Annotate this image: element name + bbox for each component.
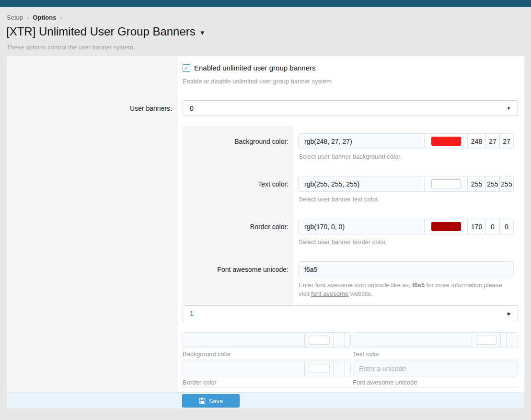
border-color-b-value[interactable]: 0 [499,219,513,234]
top-navbar [0,0,531,7]
enabled-checkbox[interactable]: ✓ [183,64,190,72]
title-dropdown-caret-icon[interactable]: ▼ [199,27,206,36]
chevron-right-icon: › [27,14,29,21]
new-text-color-label: Text color [353,350,518,358]
border-color-picker[interactable]: rgb(170, 0, 0) 170 0 0 [298,219,514,234]
new-border-color-input[interactable] [183,361,304,376]
text-color-r-value[interactable]: 255 [467,176,485,191]
border-color-r-value[interactable]: 170 [467,219,485,234]
background-color-swatch [431,137,461,146]
new-background-color-label: Background color [183,350,351,358]
unicode-explain-code: f6a5 [412,281,425,289]
new-background-color-b-value[interactable] [345,333,350,348]
text-color-swatch [431,179,461,188]
new-border-color-swatch-cell[interactable] [304,361,333,376]
border-color-label: Border color: [250,223,289,231]
empty-swatch-placeholder [309,336,330,345]
save-button-label: Save [209,397,223,405]
border-color-g-value[interactable]: 0 [485,219,499,234]
new-background-color-cell: Background color [183,331,351,360]
border-color-swatch [431,222,461,231]
new-border-color-picker[interactable] [183,361,351,376]
page-subtitle: These options control the user banner sy… [7,44,135,51]
new-text-color-cell: Text color [353,331,518,360]
empty-swatch-placeholder [476,336,497,345]
font-awesome-link[interactable]: font avesome [311,290,348,297]
save-button[interactable]: Save [182,394,240,408]
background-color-r-value[interactable]: 248 [467,134,485,149]
font-awesome-unicode-label: Font awesome unicode: [217,266,289,273]
banner-1-collapsed-toggle[interactable]: 1 ▶ [183,305,518,321]
new-border-color-b-value[interactable] [345,361,350,376]
text-color-b-value[interactable]: 255 [499,176,513,191]
new-background-color-swatch-cell[interactable] [304,333,333,348]
banner-0-settings: Background color: Text color: Border col… [183,126,518,304]
breadcrumb-options[interactable]: Options [33,14,56,21]
enabled-explain: Enable or disable unlimited user group b… [183,78,332,85]
admin-options-page: Setup › Options › [XTR] Unlimited User G… [0,0,531,420]
border-color-swatch-cell[interactable] [424,219,467,234]
new-unicode-label: Font awesome unicode [353,379,518,386]
new-text-color-g-value[interactable] [506,333,512,348]
background-color-picker[interactable]: rgb(248, 27, 27) 248 27 27 [298,133,514,149]
chevron-down-icon: ▼ [507,106,511,111]
new-border-color-cell: Border color [183,360,351,388]
background-color-swatch-cell[interactable] [424,134,467,149]
unicode-explain-before: Enter font avesome icon unicode like as, [299,281,412,289]
page-title: [XTR] Unlimited User Group Banners ▼ [6,25,206,38]
text-color-picker[interactable]: rgb(255, 255, 255) 255 255 255 [298,176,514,192]
save-footer: Save [7,392,524,408]
empty-swatch-placeholder [309,364,330,373]
breadcrumb: Setup › Options › [7,14,62,21]
border-color-input[interactable]: rgb(170, 0, 0) [299,219,424,234]
label-gutter: User banners: [7,56,178,392]
banner-0-label-column: Background color: Text color: Border col… [183,126,293,304]
new-unicode-cell: Font awesome unicode [353,360,518,388]
background-color-explain: Select user banner background color. [299,153,402,160]
border-color-explain: Select user banner border color. [299,238,387,245]
user-banners-select[interactable]: 0 ▼ [183,100,518,116]
text-color-label-row: Text color: [183,176,293,192]
text-color-g-value[interactable]: 255 [485,176,499,191]
text-color-swatch-cell[interactable] [424,176,467,191]
font-awesome-unicode-input[interactable]: f6a5 [298,261,514,277]
enabled-checkbox-label[interactable]: Enabled unlimited user group banners [194,64,316,72]
banner-1-toggle-label: 1 [190,310,194,317]
breadcrumb-setup[interactable]: Setup [7,14,23,21]
new-background-color-r-value[interactable] [333,333,339,348]
font-awesome-unicode-explain: Enter font avesome icon unicode like as,… [299,281,514,298]
background-color-input[interactable]: rgb(248, 27, 27) [299,134,424,149]
unicode-explain-after: website. [348,290,373,297]
new-text-color-picker[interactable] [353,332,518,348]
new-unicode-input[interactable] [353,361,518,376]
new-background-color-g-value[interactable] [339,333,345,348]
new-background-color-input[interactable] [183,333,304,348]
text-color-explain: Select user banner text color. [299,196,379,203]
enabled-option-row: ✓ Enabled unlimited user group banners [183,64,316,72]
new-background-color-picker[interactable] [183,332,351,348]
text-color-input[interactable]: rgb(255, 255, 255) [299,176,424,191]
background-color-label-row: Background color: [183,133,293,149]
chevron-right-icon: ▶ [508,311,511,316]
options-content: ✓ Enabled unlimited user group banners E… [183,56,518,408]
border-color-label-row: Border color: [183,219,293,234]
chevron-right-icon: › [60,14,62,21]
new-text-color-input[interactable] [353,333,472,348]
font-awesome-unicode-label-row: Font awesome unicode: [183,261,293,277]
background-color-label: Background color: [234,138,289,145]
new-border-color-g-value[interactable] [339,361,345,376]
user-banners-label-row: User banners: [7,100,178,116]
new-banner-form: Background color Text color [183,331,518,388]
user-banners-select-value: 0 [190,105,194,112]
new-text-color-r-value[interactable] [500,333,506,348]
options-panel: User banners: ✓ Enabled unlimited user g… [7,56,524,408]
font-awesome-unicode-value: f6a5 [304,266,317,273]
background-color-g-value[interactable]: 27 [485,134,499,149]
floppy-disk-icon [199,397,206,404]
new-text-color-swatch-cell[interactable] [472,333,500,348]
new-text-color-b-value[interactable] [512,333,518,348]
text-color-label: Text color: [258,180,289,188]
new-border-color-r-value[interactable] [333,361,339,376]
new-border-color-label: Border color [183,379,351,386]
background-color-b-value[interactable]: 27 [499,134,513,149]
